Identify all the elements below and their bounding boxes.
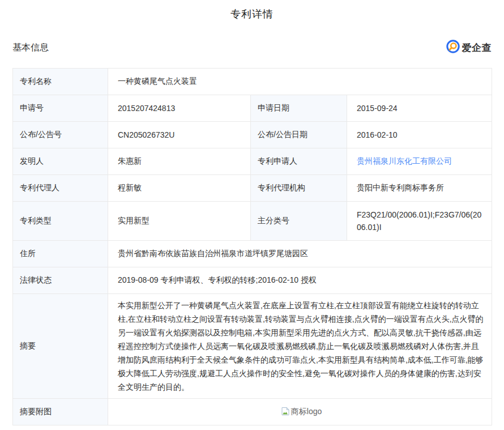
agency-label: 专利代理机构 [251, 175, 347, 202]
application-date-label: 申请日期 [251, 95, 347, 122]
agent-label: 专利代理人 [13, 175, 108, 202]
applicant-label: 专利申请人 [251, 148, 347, 175]
patent-detail-page: 专利详情 基本信息 爱企查 专利名称 一种黄磷尾气点火装置 申请号 201520… [0, 7, 504, 425]
abstract-value: 本实用新型公开了一种黄磷尾气点火装置,在底座上设置有立柱,在立柱顶部设置有能绕立… [108, 294, 492, 399]
row-publication: 公布/公告号 CN205026732U 公布/公告日期 2016-02-10 [13, 122, 492, 148]
section-header: 基本信息 爱企查 [12, 40, 492, 56]
inventor-label: 发明人 [13, 148, 108, 175]
publication-no-label: 公布/公告号 [13, 122, 108, 148]
main-class-label: 主分类号 [251, 202, 347, 241]
patent-name-label: 专利名称 [13, 69, 108, 95]
legal-status-label: 法律状态 [13, 267, 108, 294]
address-label: 住所 [13, 241, 108, 267]
application-no-label: 申请号 [13, 95, 108, 122]
page-title: 专利详情 [12, 7, 492, 21]
publication-no-value: CN205026732U [108, 122, 251, 148]
abstract-figure-value: 商标logo [108, 399, 492, 425]
agent-value: 程新敏 [108, 175, 251, 202]
abstract-figure-label: 摘要附图 [13, 399, 108, 425]
row-abstract: 摘要 本实用新型公开了一种黄磷尾气点火装置,在底座上设置有立柱,在立柱顶部设置有… [13, 294, 492, 399]
aiqicha-logo-icon [446, 40, 460, 56]
row-abstract-figure: 摘要附图 商标logo [13, 399, 492, 425]
publication-date-value: 2016-02-10 [347, 122, 492, 148]
legal-status-value: 2019-08-09 专利申请权、专利权的转移;2016-02-10 授权 [108, 267, 492, 294]
row-application: 申请号 2015207424813 申请日期 2015-09-24 [13, 95, 492, 122]
row-type-class: 专利类型 实用新型 主分类号 F23Q21/00(2006.01)I;F23G7… [13, 202, 492, 241]
applicant-company-link[interactable]: 贵州福泉川东化工有限公司 [357, 156, 452, 165]
aiqicha-brand-link[interactable]: 爱企查 [446, 40, 492, 56]
address-value: 贵州省黔南布依族苗族自治州福泉市道坪镇罗尾塘园区 [108, 241, 492, 267]
figure-alt-text: 商标logo [291, 407, 322, 417]
main-class-value: F23Q21/00(2006.01)I;F23G7/06(2006.01)I [347, 202, 492, 241]
application-no-value: 2015207424813 [108, 95, 251, 122]
application-date-value: 2015-09-24 [347, 95, 492, 122]
agency-value: 贵阳中新专利商标事务所 [347, 175, 492, 202]
inventor-value: 朱惠新 [108, 148, 251, 175]
patent-type-label: 专利类型 [13, 202, 108, 241]
section-title: 基本信息 [12, 42, 49, 54]
abstract-label: 摘要 [13, 294, 108, 399]
patent-type-value: 实用新型 [108, 202, 251, 241]
row-patent-name: 专利名称 一种黄磷尾气点火装置 [13, 69, 492, 95]
row-legal-status: 法律状态 2019-08-09 专利申请权、专利权的转移;2016-02-10 … [13, 267, 492, 294]
row-address: 住所 贵州省黔南布依族苗族自治州福泉市道坪镇罗尾塘园区 [13, 241, 492, 267]
broken-image-icon [281, 407, 290, 418]
patent-name-value: 一种黄磷尾气点火装置 [108, 69, 492, 95]
row-agent: 专利代理人 程新敏 专利代理机构 贵阳中新专利商标事务所 [13, 175, 492, 202]
publication-date-label: 公布/公告日期 [251, 122, 347, 148]
brand-name: 爱企查 [462, 41, 492, 54]
patent-info-table: 专利名称 一种黄磷尾气点火装置 申请号 2015207424813 申请日期 2… [12, 68, 492, 425]
row-inventor: 发明人 朱惠新 专利申请人 贵州福泉川东化工有限公司 [13, 148, 492, 175]
